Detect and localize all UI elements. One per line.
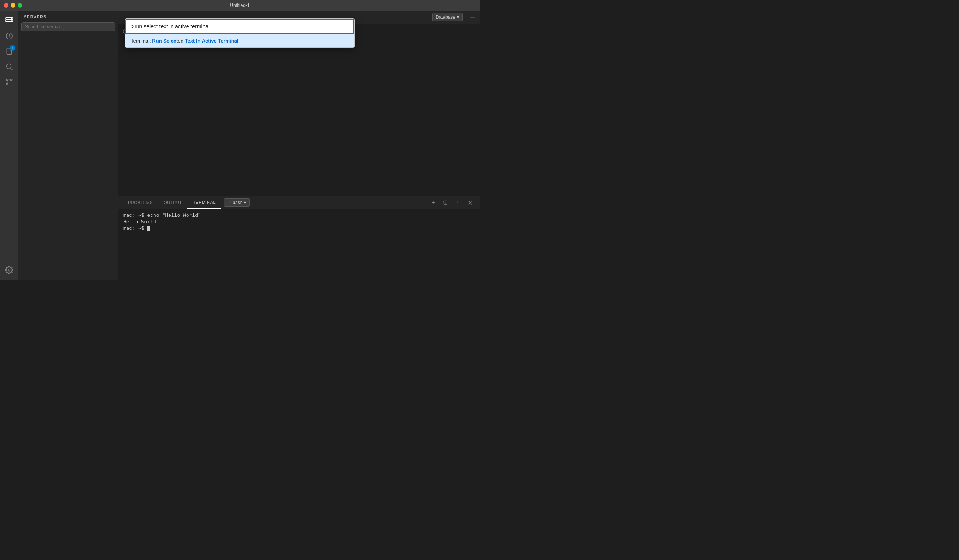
- close-terminal-button[interactable]: ✕: [465, 198, 475, 208]
- database-label: Database: [436, 15, 455, 20]
- tab-problems[interactable]: PROBLEMS: [123, 196, 158, 209]
- close-button[interactable]: [4, 3, 8, 8]
- add-terminal-button[interactable]: +: [428, 198, 438, 208]
- command-result[interactable]: Terminal: Run Selected Text In Active Te…: [125, 34, 354, 47]
- window-controls: [4, 3, 22, 8]
- sidebar-item-search[interactable]: [2, 60, 16, 74]
- maximize-button[interactable]: [18, 3, 22, 8]
- terminal-tabs: PROBLEMS OUTPUT TERMINAL 1: bash ▾ +: [118, 196, 480, 210]
- main-container: 1 SERVERS: [0, 11, 480, 280]
- svg-line-6: [11, 68, 12, 70]
- terminal-actions: + ✕: [428, 198, 475, 208]
- sidebar-item-settings[interactable]: [2, 263, 16, 277]
- sidebar-title: SERVERS: [24, 15, 46, 19]
- svg-point-10: [8, 269, 10, 271]
- delete-terminal-button[interactable]: [440, 198, 450, 208]
- svg-point-5: [7, 64, 11, 69]
- files-badge: 1: [10, 45, 15, 51]
- database-selector[interactable]: Database ▾: [432, 13, 463, 21]
- command-input[interactable]: [125, 19, 354, 34]
- search-input[interactable]: [21, 22, 115, 31]
- sidebar-item-history[interactable]: [2, 29, 16, 43]
- tab-terminal[interactable]: TERMINAL: [187, 196, 221, 209]
- command-palette[interactable]: Terminal: Run Selected Text In Active Te…: [125, 18, 355, 48]
- editor-topbar-right: Database ▾ ···: [432, 13, 475, 21]
- minimize-button[interactable]: [11, 3, 15, 8]
- titlebar: Untitled-1: [0, 0, 480, 11]
- more-options-button[interactable]: ···: [469, 13, 475, 21]
- editor-content[interactable]: Explain 1 echo "Hello world": [118, 24, 480, 196]
- divider: [466, 14, 466, 21]
- svg-point-3: [11, 20, 12, 21]
- editor-area: Database ▾ ··· Explain 1 echo "Hel: [118, 11, 480, 280]
- result-text-highlight: Text In Active Terminal: [185, 38, 239, 44]
- sidebar-item-git[interactable]: [2, 75, 16, 89]
- terminal-line-2: Hello World: [123, 219, 474, 225]
- chevron-down-icon: ▾: [457, 15, 459, 20]
- terminal-line-3: mac: ~$: [123, 226, 474, 231]
- svg-point-7: [6, 79, 8, 81]
- expand-terminal-button[interactable]: [453, 198, 463, 208]
- sidebar: SERVERS: [18, 11, 118, 280]
- terminal-panel: PROBLEMS OUTPUT TERMINAL 1: bash ▾ +: [118, 196, 480, 280]
- sidebar-item-server[interactable]: [2, 14, 16, 28]
- svg-point-8: [6, 83, 8, 85]
- sidebar-header: SERVERS: [18, 11, 118, 22]
- result-run-highlight: Run Select: [152, 38, 178, 44]
- sidebar-item-files[interactable]: 1: [2, 44, 16, 58]
- tab-output[interactable]: OUTPUT: [158, 196, 187, 209]
- result-prefix: Terminal:: [131, 38, 152, 44]
- result-ed: ed: [178, 38, 185, 44]
- svg-point-2: [11, 18, 12, 19]
- terminal-selector[interactable]: 1: bash ▾: [224, 198, 250, 207]
- terminal-line-1: mac: ~$ echo "Hello World": [123, 213, 474, 218]
- terminal-content[interactable]: mac: ~$ echo "Hello World" Hello World m…: [118, 210, 480, 280]
- chevron-down-icon-terminal: ▾: [244, 200, 246, 205]
- window-title: Untitled-1: [230, 3, 249, 8]
- terminal-cursor: [147, 226, 150, 231]
- terminal-selector-label: 1: bash: [227, 200, 242, 205]
- activity-bar: 1: [0, 11, 18, 280]
